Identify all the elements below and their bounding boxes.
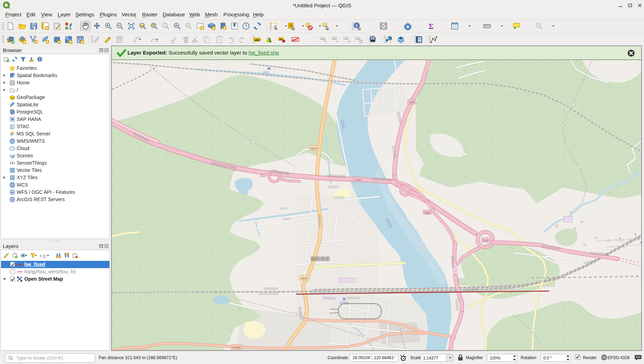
svg-text:S10: S10	[355, 177, 361, 181]
svg-text:526: 526	[409, 100, 414, 104]
svg-text:abc: abc	[255, 38, 260, 42]
svg-text:abc: abc	[333, 38, 337, 40]
svg-text:Σ: Σ	[429, 22, 434, 30]
svg-text:i: i	[356, 23, 357, 28]
svg-text:abc: abc	[345, 38, 349, 40]
svg-text:S223: S223	[300, 276, 308, 280]
svg-text:S223: S223	[310, 146, 317, 150]
svg-text:a: a	[69, 26, 72, 30]
svg-text:abc: abc	[356, 38, 361, 40]
svg-text:ab: ab	[279, 38, 282, 41]
svg-text:S10: S10	[229, 164, 235, 169]
svg-text:W: W	[11, 191, 14, 194]
svg-text:ε: ε	[40, 253, 42, 258]
svg-text:S26: S26	[424, 210, 430, 214]
svg-text:>: >	[390, 40, 392, 43]
svg-text:1:1: 1:1	[164, 24, 167, 27]
svg-text:?: ?	[419, 38, 421, 42]
svg-text:G104: G104	[232, 345, 240, 349]
svg-text:S10: S10	[483, 238, 489, 242]
